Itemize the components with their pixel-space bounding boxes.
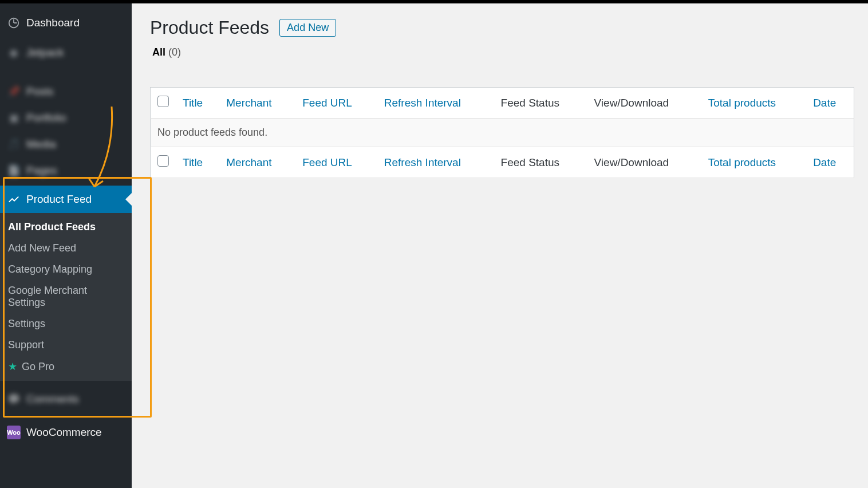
- colf-total-link[interactable]: Total products: [708, 156, 776, 168]
- colf-feed-url-link[interactable]: Feed URL: [302, 156, 352, 168]
- col-merchant: Merchant: [219, 88, 295, 119]
- sidebar-item-product-feed[interactable]: Product Feed: [0, 186, 132, 213]
- col-date-link[interactable]: Date: [813, 97, 836, 109]
- empty-row: No product feeds found.: [151, 119, 854, 147]
- sidebar-item-pages[interactable]: 📄 Pages: [0, 159, 132, 182]
- portfolio-icon: ▣: [7, 111, 21, 125]
- colf-refresh-link[interactable]: Refresh Interval: [384, 156, 461, 168]
- col-title: Title: [176, 88, 219, 119]
- sidebar: Dashboard ◉ Jetpack 📌 Posts ▣ Portfolio …: [0, 3, 132, 488]
- star-icon: ★: [8, 360, 17, 373]
- colf-status: Feed Status: [494, 147, 587, 178]
- sidebar-item-label: Comments: [26, 393, 79, 406]
- sidebar-item-label: Media: [26, 138, 56, 151]
- col-check: [151, 88, 176, 119]
- filter-links: All (0): [152, 46, 854, 58]
- media-icon: 🎵: [7, 137, 21, 151]
- sidebar-item-comments[interactable]: 💬 Comments: [0, 388, 132, 411]
- add-new-button[interactable]: Add New: [279, 19, 336, 37]
- colf-date-link[interactable]: Date: [813, 156, 836, 168]
- colf-view-download: View/Download: [587, 147, 701, 178]
- sidebar-item-label: Posts: [26, 85, 54, 98]
- chart-icon: [7, 192, 21, 206]
- page-header: Product Feeds Add New: [150, 17, 854, 38]
- select-all-checkbox[interactable]: [157, 96, 169, 107]
- col-view-download: View/Download: [587, 88, 701, 119]
- jetpack-icon: ◉: [7, 46, 21, 60]
- sidebar-item-posts[interactable]: 📌 Posts: [0, 80, 132, 103]
- pages-icon: 📄: [7, 164, 21, 178]
- sidebar-item-label: Pages: [26, 164, 57, 177]
- submenu-add-new[interactable]: Add New Feed: [0, 238, 132, 259]
- sidebar-item-label: Product Feed: [26, 193, 92, 206]
- submenu-go-pro[interactable]: ★ Go Pro: [0, 356, 132, 377]
- sidebar-item-woocommerce[interactable]: Woo WooCommerce: [0, 421, 132, 444]
- col-date: Date: [806, 88, 854, 119]
- filter-all[interactable]: All: [152, 46, 165, 58]
- submenu-settings[interactable]: Settings: [0, 313, 132, 334]
- col-refresh-link[interactable]: Refresh Interval: [384, 97, 461, 109]
- colf-feed-url: Feed URL: [295, 147, 377, 178]
- woocommerce-icon: Woo: [7, 426, 21, 439]
- sidebar-item-label: Dashboard: [26, 17, 80, 29]
- colf-refresh: Refresh Interval: [377, 147, 494, 178]
- sidebar-item-label: Portfolio: [26, 112, 66, 124]
- col-total: Total products: [701, 88, 806, 119]
- filter-count: (0): [168, 46, 181, 58]
- colf-merchant: Merchant: [219, 147, 295, 178]
- col-title-link[interactable]: Title: [183, 97, 203, 109]
- submenu-all-feeds[interactable]: All Product Feeds: [0, 217, 132, 238]
- colf-title: Title: [176, 147, 219, 178]
- colf-total: Total products: [701, 147, 806, 178]
- col-merchant-link[interactable]: Merchant: [226, 97, 271, 109]
- feeds-table: Title Merchant Feed URL Refresh Interval…: [150, 87, 854, 178]
- comments-icon: 💬: [7, 392, 21, 406]
- sidebar-item-dashboard[interactable]: Dashboard: [0, 11, 132, 34]
- col-total-link[interactable]: Total products: [708, 97, 776, 109]
- col-feed-url: Feed URL: [295, 88, 377, 119]
- sidebar-item-label: WooCommerce: [26, 426, 102, 439]
- submenu-go-pro-label: Go Pro: [22, 361, 54, 373]
- page-title: Product Feeds: [150, 17, 269, 38]
- colf-title-link[interactable]: Title: [183, 156, 203, 168]
- sidebar-item-media[interactable]: 🎵 Media: [0, 133, 132, 156]
- main-content: Product Feeds Add New All (0) Title Merc…: [132, 3, 868, 488]
- submenu-google-merchant[interactable]: Google Merchant Settings: [0, 280, 132, 313]
- colf-date: Date: [806, 147, 854, 178]
- submenu-category-mapping[interactable]: Category Mapping: [0, 259, 132, 280]
- col-check-foot: [151, 147, 176, 178]
- submenu-support[interactable]: Support: [0, 334, 132, 356]
- dashboard-icon: [7, 16, 21, 30]
- col-status: Feed Status: [494, 88, 587, 119]
- layout: Dashboard ◉ Jetpack 📌 Posts ▣ Portfolio …: [0, 3, 868, 488]
- sidebar-item-portfolio[interactable]: ▣ Portfolio: [0, 107, 132, 129]
- col-feed-url-link[interactable]: Feed URL: [302, 97, 352, 109]
- pin-icon: 📌: [7, 85, 21, 99]
- col-refresh: Refresh Interval: [377, 88, 494, 119]
- select-all-checkbox-foot[interactable]: [157, 155, 169, 167]
- colf-merchant-link[interactable]: Merchant: [226, 156, 271, 168]
- sidebar-item-jetpack[interactable]: ◉ Jetpack: [0, 41, 132, 64]
- sidebar-item-label: Jetpack: [26, 46, 64, 59]
- submenu: All Product Feeds Add New Feed Category …: [0, 213, 132, 381]
